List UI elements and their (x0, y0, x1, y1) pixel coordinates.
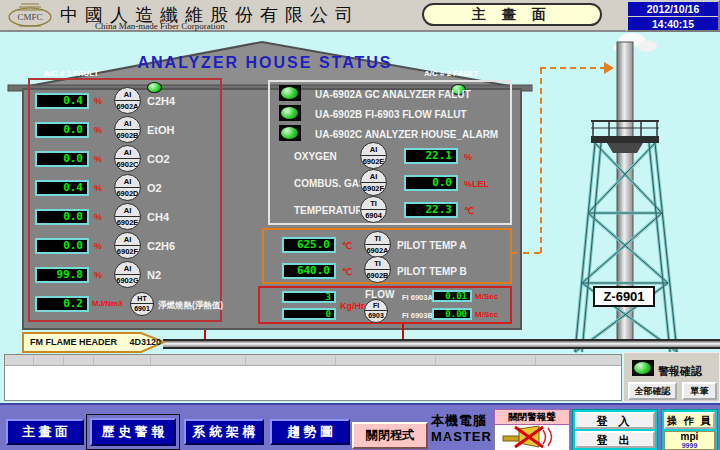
alarm-text: UA-6902A GC ANALYZER FALUT (315, 89, 471, 100)
ack-status-led (632, 360, 654, 376)
alarm-list-header (5, 355, 621, 366)
sample-line (540, 68, 542, 253)
reading-label: TEMPERATURE (294, 205, 369, 216)
login-group: 登 入 登 出 (572, 409, 658, 450)
unit-label: ℃ (342, 241, 352, 251)
nav-main-screen-button[interactable]: 主 畫 面 (6, 419, 84, 445)
nav-system-architecture-button[interactable]: 系 統 架 構 (184, 419, 264, 445)
alarm-summary-list[interactable] (4, 354, 622, 401)
unit-label: ℃ (464, 206, 474, 216)
ac1-status-led (147, 82, 162, 93)
value-display: 0.0 (35, 209, 89, 225)
instrument-tag: AI 6902A (114, 87, 141, 114)
sample-line (512, 252, 540, 254)
local-pc-label: 本機電腦 MASTER (431, 413, 492, 445)
sample-line (540, 67, 606, 69)
flow-tag-a: FI 6903A (402, 293, 433, 302)
unit-label: % (94, 183, 102, 193)
operator-button[interactable]: 操 作 員 (664, 412, 715, 429)
unit-label: % (94, 125, 102, 135)
unit-label: % (94, 212, 102, 222)
mute-alarm-control[interactable]: 關閉警報聲 (494, 409, 570, 450)
operator-id: mpi (665, 432, 714, 442)
reading-label: OXYGEN (294, 151, 337, 162)
mute-alarm-label: 關閉警報聲 (494, 409, 570, 425)
value-display: 0.0 (35, 151, 89, 167)
operator-group: 操 作 員 mpi 9999 (661, 409, 718, 450)
master-text: MASTER (431, 429, 492, 445)
unit-label: % (94, 96, 102, 106)
unit-label: % (464, 152, 472, 162)
unit-label: Kg/Hr (340, 301, 365, 311)
logout-button[interactable]: 登 出 (575, 431, 655, 448)
unit-label: ℃ (342, 267, 352, 277)
value-display: 0.0 (35, 238, 89, 254)
pipe-label-text: FM FLAME HEADER (30, 337, 117, 347)
alarm-text: UA-6902B FI-6903 FLOW FALUT (315, 109, 467, 120)
close-program-button[interactable]: 關閉程式 (352, 422, 428, 449)
unit-label: % (94, 270, 102, 280)
gas-label: O2 (147, 182, 162, 194)
gas-label: 淨燃燒熱(淨熱值) (158, 300, 223, 312)
unit-label: % (94, 241, 102, 251)
navigation-bar: 主 畫 面 歷 史 警 報 系 統 架 構 趨 勢 圖 關閉程式 本機電腦 MA… (0, 403, 720, 450)
pipe-label: FM FLAME HEADER 4D3120 (30, 337, 161, 347)
gas-label: N2 (147, 269, 161, 281)
flame-header-pipe (163, 339, 720, 349)
flow-tag-b: FI 6903B (402, 311, 433, 320)
pilot-label: PILOT TEMP B (397, 266, 467, 277)
instrument-tag: AI 6902F (114, 232, 141, 259)
unit-label: % (94, 154, 102, 164)
alarm-ack-panel: 警報確認 全部確認 單筆 (623, 352, 720, 402)
value-display: 640.0 (282, 263, 336, 279)
flow-title: FLOW (365, 289, 394, 300)
instrument-tag: AI 6902E (114, 203, 141, 230)
mute-alarm-button[interactable] (494, 425, 570, 450)
instrument-tag: TI 6904 (360, 196, 387, 223)
instrument-tag: AI 6902D (114, 174, 141, 201)
ac2-fault-label: A/C # 2 FAULT (424, 69, 479, 78)
instrument-tag: TI 6902A (364, 231, 391, 258)
gas-label: C2H4 (147, 95, 175, 107)
pipe-code: 4D3120 (130, 337, 162, 347)
unit-label: M/Sec (475, 292, 498, 301)
value-display: 0 (282, 308, 336, 320)
value-display: 0.4 (35, 93, 89, 109)
alarm-led (279, 85, 301, 101)
instrument-tag: FI 6903 (364, 299, 388, 323)
gas-label: CH4 (147, 211, 169, 223)
instrument-tag: AI 6902E (360, 142, 387, 169)
flow-panel: 3 0 Kg/Hr FLOW FI 6903 FI 6903A 0.01 M/S… (258, 286, 512, 324)
value-display: 99.8 (35, 267, 89, 283)
reading-label: COMBUS. GAS (294, 178, 366, 189)
svg-text:CMFC: CMFC (17, 12, 42, 22)
cmfc-logo-icon: CMFC (6, 1, 54, 31)
house-status-panel: UA-6902A GC ANALYZER FALUT UA-6902B FI-6… (268, 80, 512, 225)
local-pc-text: 本機電腦 (431, 413, 492, 429)
login-button[interactable]: 登 入 (575, 412, 655, 429)
nav-history-alarm-button[interactable]: 歷 史 警 報 (90, 418, 176, 446)
value-display: 0.00 (432, 308, 472, 320)
alarm-text: UA-6902C ANALYZER HOUSE_ALARM (315, 129, 498, 140)
value-display: 0.2 (35, 296, 89, 312)
value-display: 0.0 (35, 122, 89, 138)
alarm-led (279, 105, 301, 121)
analyzer-row: 99.8 % AI 6902G N2 (30, 267, 220, 296)
operator-id-display: mpi 9999 (664, 431, 715, 450)
alarm-led (279, 125, 301, 141)
instrument-tag: AI 6902G (114, 261, 141, 288)
unit-label: %LEL (464, 179, 489, 189)
stack-tag-label: Z-6901 (593, 286, 655, 307)
ack-one-button[interactable]: 單筆 (682, 382, 717, 400)
instrument-tag: AI 6902B (114, 116, 141, 143)
value-display: 3 (282, 291, 336, 303)
gas-label: EtOH (147, 124, 175, 136)
nav-trend-chart-button[interactable]: 趨 勢 圖 (270, 419, 350, 445)
analyzer-panel: 0.4 % AI 6902A C2H4 0.0 % AI 6902B EtOH … (28, 78, 222, 322)
current-screen-title: 主 畫 面 (422, 3, 602, 26)
house-title: ANALYZER HOUSE STATUS (130, 54, 400, 72)
ack-title: 警報確認 (658, 364, 702, 379)
sample-line-arrow-icon (604, 62, 614, 74)
ack-all-button[interactable]: 全部確認 (628, 382, 677, 400)
muted-horn-icon (496, 425, 568, 449)
